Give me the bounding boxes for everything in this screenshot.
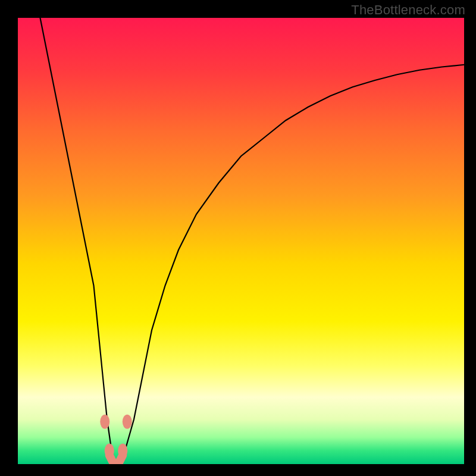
curve-marker <box>123 415 132 429</box>
bottleneck-chart <box>18 18 464 464</box>
curve-marker <box>105 444 114 458</box>
curve-marker <box>118 444 127 458</box>
watermark-text: TheBottleneck.com <box>351 2 465 18</box>
curve-marker <box>100 415 109 429</box>
chart-frame <box>18 18 464 464</box>
